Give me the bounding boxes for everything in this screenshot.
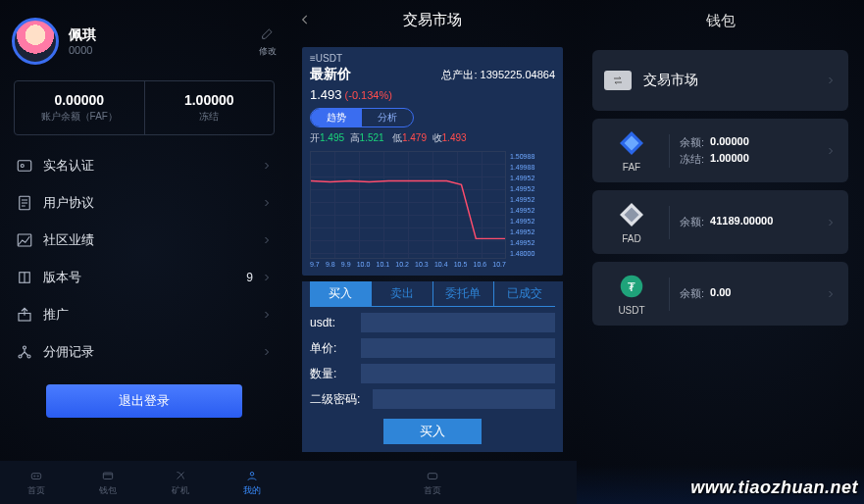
tab-miner[interactable]: 矿机 (144, 461, 217, 504)
output-value: 1395225.04864 (481, 69, 555, 80)
open-value: 1.495 (320, 132, 344, 143)
x-tick: 10.3 (415, 261, 429, 268)
wallet-screen: 钱包 交易市场 FAF 余额:0.00000 冻结:1.00000 FAD 余额… (577, 0, 864, 504)
x-tick: 10.6 (474, 261, 487, 268)
chart-mode-toggle[interactable]: 趋势 分析 (310, 108, 414, 127)
svg-point-11 (37, 476, 38, 477)
field-price: 单价: (310, 338, 555, 358)
profile-name-block: 佩琪 0000 (69, 26, 259, 56)
logout-button[interactable]: 退出登录 (46, 384, 242, 418)
tab-orders[interactable]: 委托单 (433, 281, 495, 306)
y-tick: 1.48000 (510, 248, 555, 259)
pair-label: USDT (316, 53, 342, 64)
tab-mine[interactable]: 我的 (217, 461, 289, 504)
buy-button[interactable]: 买入 (383, 419, 482, 444)
exchange-icon (604, 71, 632, 90)
tab-label: 矿机 (172, 484, 189, 497)
edit-profile-button[interactable]: 修改 (259, 25, 277, 58)
tab-filled[interactable]: 已成交 (494, 281, 555, 306)
fad-icon (617, 200, 646, 229)
tab-label: 我的 (243, 484, 261, 497)
frozen-label: 冻结: (680, 152, 704, 167)
svg-rect-3 (18, 234, 31, 246)
market-link-label: 交易市场 (643, 72, 825, 89)
market-screen: 交易市场 ≡USDT 最新价 总产出: 1395225.04864 1.493 … (288, 0, 577, 504)
menu-item-community[interactable]: 社区业绩 (0, 222, 288, 259)
field-usdt: usdt: (310, 313, 555, 332)
output-label: 总产出: (441, 69, 477, 80)
document-icon (16, 194, 33, 212)
frozen-label: 冻结 (199, 110, 219, 124)
asset-info: 余额:0.00 (680, 284, 825, 303)
asset-card-usdt[interactable]: ₮ USDT 余额:0.00 (592, 262, 848, 326)
menu-label: 实名认证 (43, 157, 261, 175)
balance-value: 0.00 (710, 286, 731, 301)
field-label: 二级密码: (310, 391, 373, 408)
tab-wallet[interactable]: 钱包 (73, 461, 145, 504)
tab-home[interactable]: 首页 (288, 461, 577, 504)
user-name: 佩琪 (69, 26, 259, 44)
seg-trend[interactable]: 趋势 (311, 109, 362, 126)
chevron-right-icon (825, 75, 837, 86)
chart-body: 1.50988 1.49988 1.49952 1.49952 1.49952 … (310, 151, 555, 259)
asset-icon-box: ₮ USDT (604, 272, 659, 316)
market-link-card[interactable]: 交易市场 (592, 50, 848, 111)
menu-item-promo[interactable]: 推广 (0, 296, 288, 333)
balance-value: 0.00000 (710, 135, 749, 150)
asset-icon-box: FAD (604, 200, 659, 244)
page-title: 钱包 (577, 0, 864, 42)
home-icon (424, 469, 441, 482)
line-chart-svg (311, 152, 505, 258)
high-value: 1.521 (360, 132, 384, 143)
settings-menu: 实名认证 用户协议 社区业绩 版本号 9 推广 分佣记录 (0, 147, 288, 371)
price-change-pct: (-0.134%) (345, 89, 392, 101)
footer-wave (577, 465, 864, 504)
menu-item-verify[interactable]: 实名认证 (0, 147, 288, 184)
tab-label: 首页 (27, 484, 45, 497)
chart-plot[interactable] (310, 151, 506, 259)
menu-item-version[interactable]: 版本号 9 (0, 259, 288, 296)
qty-input[interactable] (361, 364, 555, 383)
menu-item-commission[interactable]: 分佣记录 (0, 333, 288, 371)
wallet-icon (99, 469, 117, 482)
svg-rect-9 (31, 473, 40, 479)
ohlc-row: 开1.495 高1.521 低1.479 收1.493 (310, 131, 555, 145)
home-icon (27, 469, 45, 482)
page-title: 交易市场 (312, 11, 553, 29)
seg-analysis[interactable]: 分析 (362, 109, 413, 126)
asset-icon-box: FAF (604, 128, 659, 173)
balance-value: 41189.00000 (710, 215, 773, 229)
svg-point-6 (24, 346, 26, 349)
y-axis: 1.50988 1.49988 1.49952 1.49952 1.49952 … (506, 151, 555, 259)
x-tick: 9.9 (341, 261, 351, 268)
svg-point-10 (33, 476, 34, 477)
frozen-value: 1.00000 (710, 152, 749, 167)
x-tick: 10.1 (377, 261, 390, 268)
avatar[interactable] (12, 18, 59, 65)
close-label: 收 (432, 132, 442, 143)
asset-card-faf[interactable]: FAF 余额:0.00000 冻结:1.00000 (592, 119, 848, 182)
profile-screen: 佩琪 0000 修改 0.00000 账户余额（FAF） 1.00000 冻结 … (0, 0, 288, 504)
tab-home[interactable]: 首页 (0, 461, 73, 504)
svg-rect-12 (104, 473, 113, 479)
balance-left: 0.00000 账户余额（FAF） (15, 81, 145, 134)
asset-card-fad[interactable]: FAD 余额:41189.00000 (592, 190, 848, 254)
high-label: 高 (350, 132, 360, 143)
y-tick: 1.50988 (510, 151, 555, 162)
chevron-right-icon (261, 272, 273, 283)
menu-label: 分佣记录 (43, 343, 261, 361)
price-input[interactable] (361, 338, 555, 358)
open-label: 开 (310, 132, 320, 143)
y-tick: 1.49952 (510, 227, 555, 237)
menu-item-agreement[interactable]: 用户协议 (0, 184, 288, 222)
usdt-input[interactable] (361, 313, 555, 332)
tab-buy[interactable]: 买入 (310, 281, 372, 306)
chevron-right-icon (261, 160, 273, 172)
x-tick: 9.8 (326, 261, 335, 268)
usdt-icon: ₮ (617, 272, 646, 301)
chevron-right-icon (825, 145, 837, 157)
back-icon[interactable] (298, 13, 312, 26)
password-input[interactable] (373, 389, 555, 409)
tab-sell[interactable]: 卖出 (372, 281, 433, 306)
field-label: 单价: (310, 340, 361, 357)
